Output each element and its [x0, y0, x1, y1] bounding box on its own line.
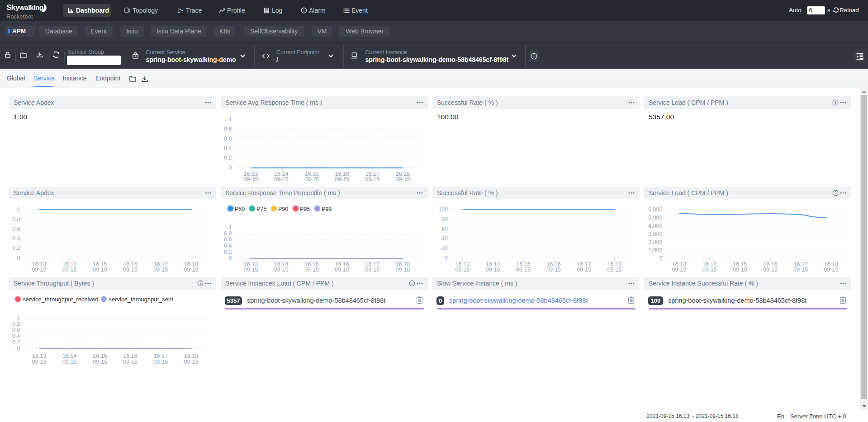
svg-text:09-15: 09-15: [702, 267, 717, 273]
svg-text:09-15: 09-15: [672, 267, 687, 273]
svg-text:09-15: 09-15: [93, 267, 107, 273]
svg-text:40: 40: [441, 235, 448, 242]
svg-text:0.6: 0.6: [224, 236, 232, 243]
svg-text:09-15: 09-15: [62, 267, 77, 273]
svg-text:2,000: 2,000: [648, 239, 662, 245]
svg-text:60: 60: [441, 226, 448, 232]
svg-text:09-15: 09-15: [763, 267, 778, 273]
svg-text:09-15: 09-15: [516, 267, 531, 273]
svg-text:3,000: 3,000: [648, 231, 662, 237]
svg-text:09-15: 09-15: [455, 267, 470, 273]
svg-text:09-15: 09-15: [365, 176, 379, 183]
svg-text:0.8: 0.8: [224, 126, 232, 132]
svg-text:09-15: 09-15: [486, 267, 500, 273]
svg-text:1,000: 1,000: [648, 247, 662, 253]
svg-text:09-15: 09-15: [396, 176, 410, 183]
svg-text:20: 20: [441, 245, 448, 251]
svg-text:09-15: 09-15: [335, 176, 349, 183]
svg-text:100: 100: [438, 206, 448, 213]
svg-text:0.4: 0.4: [224, 243, 232, 249]
svg-text:09-15: 09-15: [396, 267, 410, 273]
svg-text:09-15: 09-15: [546, 267, 561, 273]
svg-text:1: 1: [17, 314, 20, 321]
svg-text:80: 80: [441, 216, 448, 222]
svg-text:09-15: 09-15: [123, 267, 138, 273]
svg-text:09-15: 09-15: [32, 359, 47, 365]
svg-text:0.6: 0.6: [12, 327, 20, 333]
svg-text:1: 1: [17, 206, 20, 213]
svg-text:09-15: 09-15: [184, 359, 199, 365]
svg-text:0: 0: [445, 255, 448, 261]
svg-text:0: 0: [17, 255, 20, 261]
svg-text:0.4: 0.4: [224, 145, 232, 151]
svg-text:0.2: 0.2: [224, 249, 232, 255]
svg-text:09-15: 09-15: [274, 176, 289, 183]
svg-text:0.8: 0.8: [224, 230, 232, 237]
svg-text:0.4: 0.4: [12, 333, 20, 339]
svg-text:0.6: 0.6: [224, 136, 232, 142]
svg-text:0.4: 0.4: [12, 235, 20, 242]
svg-text:09-15: 09-15: [153, 359, 168, 365]
svg-text:0.8: 0.8: [12, 321, 20, 327]
svg-text:09-15: 09-15: [62, 359, 77, 365]
svg-text:09-15: 09-15: [304, 267, 319, 273]
svg-text:1: 1: [229, 116, 232, 122]
svg-text:09-15: 09-15: [793, 267, 808, 273]
svg-text:0: 0: [17, 346, 20, 352]
svg-text:0.2: 0.2: [12, 245, 20, 251]
svg-text:09-15: 09-15: [304, 176, 319, 183]
svg-text:09-15: 09-15: [244, 267, 258, 273]
svg-text:0: 0: [659, 255, 663, 262]
svg-text:09-15: 09-15: [607, 267, 622, 273]
svg-text:09-15: 09-15: [153, 267, 168, 273]
svg-text:09-15: 09-15: [123, 359, 138, 365]
svg-text:1: 1: [229, 224, 232, 230]
svg-text:09-15: 09-15: [577, 267, 591, 273]
svg-text:5,000: 5,000: [648, 215, 662, 221]
svg-text:09-15: 09-15: [335, 267, 349, 273]
svg-text:0.6: 0.6: [12, 226, 20, 232]
svg-text:6,000: 6,000: [648, 206, 662, 213]
svg-text:09-15: 09-15: [274, 267, 289, 273]
svg-text:09-15: 09-15: [824, 267, 839, 273]
svg-text:0.2: 0.2: [224, 155, 232, 161]
svg-text:09-15: 09-15: [365, 267, 379, 273]
svg-text:09-15: 09-15: [93, 359, 107, 365]
svg-text:09-15: 09-15: [733, 267, 747, 273]
svg-text:09-15: 09-15: [244, 176, 258, 183]
svg-text:4,000: 4,000: [648, 223, 662, 229]
svg-text:09-15: 09-15: [184, 267, 199, 273]
svg-text:09-15: 09-15: [32, 267, 47, 273]
svg-text:0: 0: [229, 255, 232, 262]
svg-text:0.2: 0.2: [12, 339, 20, 346]
svg-text:0: 0: [229, 164, 232, 171]
svg-text:0.8: 0.8: [12, 216, 20, 222]
